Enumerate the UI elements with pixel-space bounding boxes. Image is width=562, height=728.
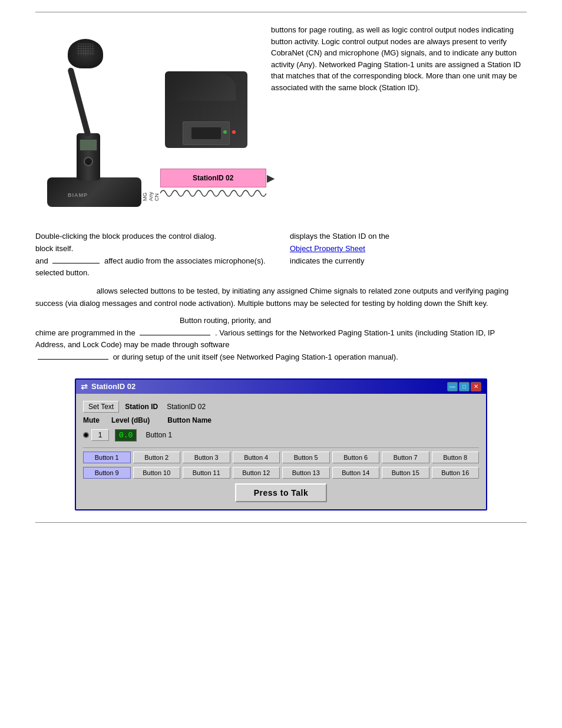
blank-programmed (140, 335, 210, 335)
button-8[interactable]: Button 8 (432, 452, 480, 463)
device-group: BIAMP CN (35, 24, 253, 213)
cn-label: CN (154, 169, 160, 201)
dialog-second-row: Mute Level (dBu) Button Name (83, 416, 479, 424)
level-label: Level (dBu) (111, 416, 150, 424)
press-to-talk-button[interactable]: Press to Talk (235, 483, 328, 502)
any-label: Any (148, 169, 154, 201)
button-10[interactable]: Button 10 (133, 467, 181, 479)
page-container: BIAMP CN (0, 0, 562, 728)
button-6[interactable]: Button 6 (332, 452, 380, 463)
right-description: buttons for page routing, as well as log… (259, 24, 527, 93)
mute-label: Mute (83, 416, 100, 424)
col-left-line1: Double-clicking the block produces the c… (35, 230, 272, 243)
col-left-line3: and affect audio from the associates mic… (35, 255, 272, 268)
col-right-link-container: Object Property Sheet (290, 243, 527, 255)
col-left-line3-mid: affect audio from the associates microph… (104, 256, 266, 265)
mute-radio[interactable] (83, 432, 89, 438)
paragraph3-end: or during setup of the unit itself (see … (113, 353, 398, 361)
button-9[interactable]: Button 9 (83, 467, 131, 479)
button-16[interactable]: Button 16 (432, 467, 480, 479)
paragraph2-text: allows selected buttons to be tested, by… (35, 286, 508, 308)
station-id-block: StationID 02 ▶ (160, 169, 266, 187)
col-right: displays the Station ID on the Object Pr… (290, 230, 527, 279)
button-name-label: Button Name (167, 416, 211, 424)
dialog-divider (83, 447, 479, 448)
station-id-block-label: StationID 02 (193, 174, 233, 182)
control-dialog: ⇄ StationID 02 — □ ✕ Set Text Station ID… (75, 378, 487, 510)
col-right-line2: indicates the currently (290, 255, 527, 268)
dialog-controls: — □ ✕ (447, 382, 481, 391)
button-1[interactable]: Button 1 (83, 452, 131, 463)
button-2[interactable]: Button 2 (133, 452, 181, 463)
buttons-grid-row2: Button 9 Button 10 Button 11 Button 12 B… (83, 467, 479, 479)
image-area: BIAMP CN (35, 24, 259, 213)
dialog-body: Set Text Station ID StationID 02 Mute Le… (76, 394, 486, 509)
mute-section: 1 (83, 429, 109, 441)
paragraph3-pre: Button routing, priority, and (180, 316, 271, 325)
col-left-line2: block itself. (35, 243, 272, 255)
station-block-left-labels: CN Any MG (141, 169, 160, 201)
button-5[interactable]: Button 5 (282, 452, 330, 463)
bottom-rule (35, 522, 527, 523)
control-row: 1 0.0 Button 1 (83, 429, 479, 442)
button-number-display: 1 (91, 429, 109, 441)
main-content: Double-clicking the block produces the c… (35, 230, 527, 364)
station-id-label: Station ID (125, 403, 158, 411)
right-description-text: buttons for page routing, as well as log… (271, 25, 521, 92)
blank-software (38, 359, 108, 360)
dialog-top-row: Set Text Station ID StationID 02 (83, 401, 479, 413)
col-left: Double-clicking the block produces the c… (35, 230, 272, 279)
mic-stand-body (77, 133, 100, 180)
camera-box (165, 71, 247, 148)
minimize-button[interactable]: — (447, 382, 458, 391)
col-left-line4: selected button. (35, 267, 272, 279)
col-left-line3-pre: and (35, 256, 48, 265)
station-id-area: CN Any MG StationID 02 ▶ (141, 169, 253, 201)
dialog-titlebar: ⇄ StationID 02 — □ ✕ (76, 380, 486, 394)
level-display: 0.0 (115, 429, 137, 442)
paragraph3: Button routing, priority, and chime are … (35, 315, 527, 364)
object-property-sheet-link[interactable]: Object Property Sheet (290, 244, 365, 253)
button-14[interactable]: Button 14 (332, 467, 380, 479)
col-right-line1: displays the Station ID on the (290, 230, 527, 243)
blank-mute (52, 263, 100, 263)
mic-stand-neck (67, 67, 91, 137)
button-name-display: Button 1 (146, 431, 172, 439)
button-3[interactable]: Button 3 (183, 452, 230, 463)
button-4[interactable]: Button 4 (233, 452, 280, 463)
dialog-title-icon: ⇄ (81, 382, 88, 391)
button-12[interactable]: Button 12 (233, 467, 280, 479)
button-15[interactable]: Button 15 (382, 467, 429, 479)
mg-label: MG (143, 169, 148, 201)
press-to-talk-area: Press to Talk (83, 483, 479, 502)
camera-led1 (232, 130, 236, 134)
button-13[interactable]: Button 13 (282, 467, 330, 479)
button-11[interactable]: Button 11 (183, 467, 230, 479)
set-text-button[interactable]: Set Text (83, 401, 119, 413)
paragraph3-mid: chime are programmed in the (35, 328, 135, 337)
maximize-button[interactable]: □ (459, 382, 470, 391)
top-rule (35, 12, 527, 12)
block-arrow: ▶ (267, 173, 274, 184)
station-id-display: StationID 02 (167, 403, 206, 411)
brand-label: BIAMP (68, 192, 88, 198)
buttons-grid-row1: Button 1 Button 2 Button 3 Button 4 Butt… (83, 452, 479, 463)
dialog-title-text: StationID 02 (91, 382, 135, 391)
paragraph3-right: Button routing, priority, and (35, 315, 271, 327)
paragraph2: allows selected buttons to be tested, by… (35, 285, 527, 310)
wave-decoration (160, 187, 266, 199)
top-section: BIAMP CN (35, 24, 527, 213)
mic-stand-head (68, 39, 103, 68)
dialog-title: ⇄ StationID 02 (81, 382, 135, 391)
camera-led2 (223, 130, 227, 134)
mic-stand-base (47, 177, 141, 207)
two-col-text: Double-clicking the block produces the c… (35, 230, 527, 279)
close-button[interactable]: ✕ (471, 382, 481, 391)
button-7[interactable]: Button 7 (382, 452, 429, 463)
